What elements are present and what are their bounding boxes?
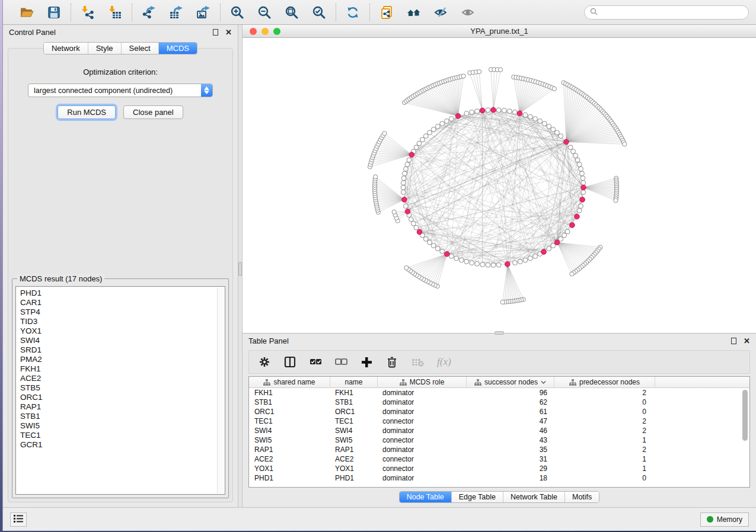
table-cell[interactable]: 0 [554,407,655,416]
close-window-icon[interactable] [250,28,257,35]
tab-network[interactable]: Network [44,43,88,54]
table-row[interactable]: STB1STB1dominator620 [249,398,749,407]
table-scrollbar-thumb[interactable] [742,390,748,441]
share-document-button[interactable] [378,4,395,21]
mcds-result-item[interactable]: TID3 [20,317,225,326]
table-cell[interactable]: 0 [554,473,655,483]
zoom-fit-button[interactable] [283,4,301,21]
table-cell[interactable]: YOX1 [330,464,378,473]
table-cell[interactable]: connector [378,435,467,445]
tab-style[interactable]: Style [88,43,122,54]
table-cell[interactable]: ACE2 [330,454,378,464]
dominator-node[interactable] [480,108,485,113]
import-table-button[interactable] [106,4,124,21]
mcds-result-item[interactable]: STB5 [20,383,225,393]
dominator-node[interactable] [517,111,522,116]
network-graph[interactable] [243,38,756,333]
table-cell[interactable]: 2 [554,388,655,398]
add-column-button[interactable] [361,353,373,371]
dominator-node[interactable] [580,197,585,203]
mcds-result-item[interactable]: SWI4 [20,336,225,345]
table-cell[interactable]: SWI4 [330,426,378,435]
table-cell[interactable]: 2 [554,416,655,426]
dominator-node[interactable] [505,262,510,267]
dominator-node[interactable] [554,240,560,245]
table-cell[interactable]: ACE2 [249,454,330,464]
dominator-node[interactable] [491,107,496,113]
first-neighbors-button[interactable] [405,4,423,21]
table-cell[interactable]: 1 [554,435,655,445]
deselect-all-button[interactable] [335,353,347,371]
table-cell[interactable]: 47 [467,416,554,426]
mcds-result-item[interactable]: STP4 [20,307,225,317]
table-cell[interactable]: 31 [467,454,554,464]
zoom-selected-button[interactable] [310,4,328,21]
splitter-handle-icon[interactable] [238,262,242,276]
table-cell[interactable]: 61 [467,407,554,416]
dominator-node[interactable] [581,185,586,190]
table-tab-edge-table[interactable]: Edge Table [452,492,503,502]
table-cell[interactable]: 1 [554,464,655,473]
dominator-node[interactable] [575,214,580,219]
table-cell[interactable]: connector [378,416,467,426]
show-all-button[interactable] [460,4,477,21]
import-network-button[interactable] [79,4,97,21]
mcds-result-item[interactable]: PMA2 [20,355,225,364]
save-session-button[interactable] [45,4,63,21]
export-table-button[interactable] [167,4,185,21]
dominator-node[interactable] [455,114,461,119]
table-cell[interactable]: dominator [378,445,467,454]
mcds-result-item[interactable]: PHD1 [20,289,225,298]
mcds-list-scrollbar[interactable] [217,287,224,493]
table-cell[interactable]: SWI4 [249,426,330,435]
float-panel-icon[interactable] [213,29,218,36]
export-network-button[interactable] [140,4,158,21]
table-cell[interactable]: 96 [467,388,554,398]
column-header-successor-nodes[interactable]: successor nodes [467,377,554,387]
mcds-result-item[interactable]: RAP1 [20,402,225,412]
table-cell[interactable]: 0 [554,398,655,407]
dominator-node[interactable] [409,152,414,158]
maximize-window-icon[interactable] [273,28,280,35]
table-cell[interactable]: RAP1 [330,445,378,454]
table-row[interactable]: YOX1YOX1connector291 [249,464,749,473]
panel-splitter-vertical[interactable] [238,25,243,507]
select-all-button[interactable] [310,353,322,371]
mcds-result-item[interactable]: SWI5 [20,421,225,431]
table-cell[interactable]: 2 [554,426,655,435]
tab-select[interactable]: Select [122,43,159,54]
table-row[interactable]: PHD1PHD1dominator180 [249,473,749,483]
column-header-name[interactable]: name [330,377,378,387]
open-file-button[interactable] [18,4,36,21]
hide-selected-button[interactable] [432,4,450,21]
refresh-button[interactable] [344,4,362,21]
table-row[interactable]: FKH1FKH1dominator962 [249,388,749,398]
table-row[interactable]: ACE2ACE2connector311 [249,454,749,464]
delete-column-button[interactable] [386,353,398,371]
mcds-result-item[interactable]: ACE2 [20,374,225,383]
table-cell[interactable]: RAP1 [249,445,330,454]
table-cell[interactable]: STB1 [249,398,330,407]
dominator-node[interactable] [417,229,422,235]
table-cell[interactable]: 62 [467,398,554,407]
table-cell[interactable]: dominator [378,426,467,435]
table-row[interactable]: SWI5SWI5connector431 [249,435,749,445]
column-header-MCDS-role[interactable]: MCDS role [378,377,467,387]
table-row[interactable]: TEC1TEC1connector472 [249,416,749,426]
mcds-result-item[interactable]: ORC1 [20,393,225,402]
table-cell[interactable]: SWI5 [330,435,378,445]
table-cell[interactable]: 29 [467,464,554,473]
zoom-in-button[interactable] [228,4,246,21]
column-layout-button[interactable] [284,353,296,371]
close-panel-icon[interactable]: ✕ [225,28,232,36]
close-table-panel-icon[interactable]: ✕ [744,337,750,345]
table-cell[interactable]: PHD1 [330,473,378,483]
table-cell[interactable]: 46 [467,426,554,435]
search-input[interactable] [601,8,743,17]
dominator-node[interactable] [570,223,575,228]
table-cell[interactable]: TEC1 [249,416,330,426]
search-box[interactable] [584,5,749,20]
table-cell[interactable]: dominator [378,407,467,416]
column-header-predecessor-nodes[interactable]: predecessor nodes [554,377,655,387]
table-cell[interactable]: 43 [467,435,554,445]
